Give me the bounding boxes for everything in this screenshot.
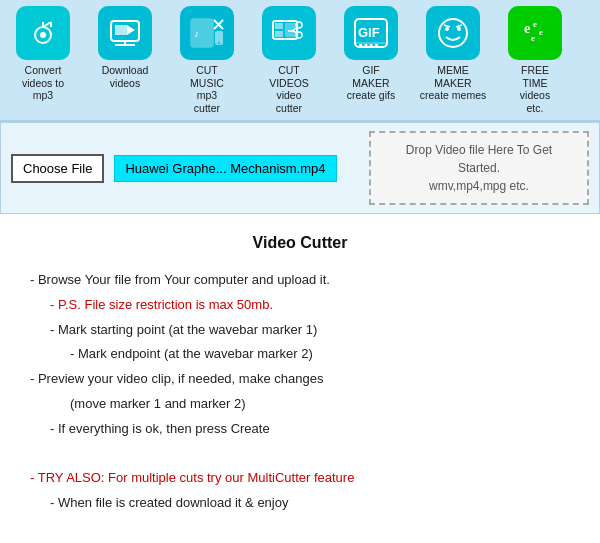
svg-line-3 [43,22,51,27]
nav-icon-meme-maker [426,6,480,60]
instruction-line-1: - Browse Your file from Your computer an… [30,268,570,293]
drop-zone[interactable]: Drop Video file Here To Get Started.wmv,… [369,131,589,205]
nav-icon-cut-music: ♪ [180,6,234,60]
svg-point-29 [439,19,467,47]
svg-text:e: e [539,27,543,37]
svg-rect-17 [275,23,283,29]
instruction-line-7: - If everything is ok, then press Create [30,417,570,442]
svg-text:♪: ♪ [194,28,199,39]
svg-text:■ ■ ■ ■: ■ ■ ■ ■ [359,42,379,48]
nav-label-cut-music: CUTMUSICmp3cutter [190,64,224,114]
file-name-display: Huawei Graphe... Mechanism.mp4 [114,155,336,182]
nav-label-gif-maker: GIFMAKERcreate gifs [347,64,395,102]
svg-marker-7 [127,25,135,35]
file-area: Choose File Huawei Graphe... Mechanism.m… [0,122,600,214]
nav-label-download-videos: Downloadvideos [102,64,149,89]
nav-icon-gif-maker: GIF ■ ■ ■ ■ [344,6,398,60]
svg-text:e: e [531,33,535,43]
top-nav: Convertvideos tomp3 Downloadvideos ♪ [0,0,600,122]
instruction-line-3: - Mark starting point (at the wavebar ma… [30,318,570,343]
nav-item-cut-videos[interactable]: CUTVIDEOSvideocutter [250,6,328,114]
try-also-line: - TRY ALSO: For multiple cuts try our Mu… [30,466,570,491]
svg-point-31 [457,27,461,31]
nav-icon-cut-videos [262,6,316,60]
nav-item-download-videos[interactable]: Downloadvideos [86,6,164,89]
nav-item-free-time[interactable]: e e e e FREETIMEvideosetc. [496,6,574,114]
svg-text:e: e [533,19,537,29]
nav-label-cut-videos: CUTVIDEOSvideocutter [269,64,309,114]
choose-file-button[interactable]: Choose File [11,154,104,183]
nav-item-cut-music[interactable]: ♪ CUTMUSICmp3cutter [168,6,246,114]
page-title: Video Cutter [30,234,570,252]
svg-rect-18 [275,31,283,37]
svg-line-33 [456,25,462,27]
svg-text:GIF: GIF [358,25,380,40]
nav-item-gif-maker[interactable]: GIF ■ ■ ■ ■ GIFMAKERcreate gifs [332,6,410,102]
svg-rect-6 [115,25,127,35]
svg-line-32 [444,25,450,27]
svg-point-30 [445,27,449,31]
main-content: Video Cutter - Browse Your file from You… [0,214,600,535]
nav-icon-free-time: e e e e [508,6,562,60]
nav-item-convert-mp3[interactable]: Convertvideos tomp3 [4,6,82,102]
drop-zone-text: Drop Video file Here To Get Started.wmv,… [406,143,552,193]
instruction-line-5: - Preview your video clip, if needed, ma… [30,367,570,392]
nav-label-convert-mp3: Convertvideos tomp3 [22,64,64,102]
nav-icon-download-videos [98,6,152,60]
nav-item-meme-maker[interactable]: MEMEMAKERcreate memes [414,6,492,102]
nav-label-free-time: FREETIMEvideosetc. [520,64,550,114]
last-instruction-line: - When file is created download it & enj… [30,491,570,516]
instruction-line-6: (move marker 1 and marker 2) [30,392,570,417]
instruction-line-2: - P.S. File size restriction is max 50mb… [30,293,570,318]
nav-icon-convert-mp3 [16,6,70,60]
svg-text:e: e [524,21,530,36]
instructions-block: - Browse Your file from Your computer an… [30,268,570,515]
nav-label-meme-maker: MEMEMAKERcreate memes [420,64,487,102]
instruction-line-4: - Mark endpoint (at the wavebar marker 2… [30,342,570,367]
svg-point-1 [40,32,46,38]
